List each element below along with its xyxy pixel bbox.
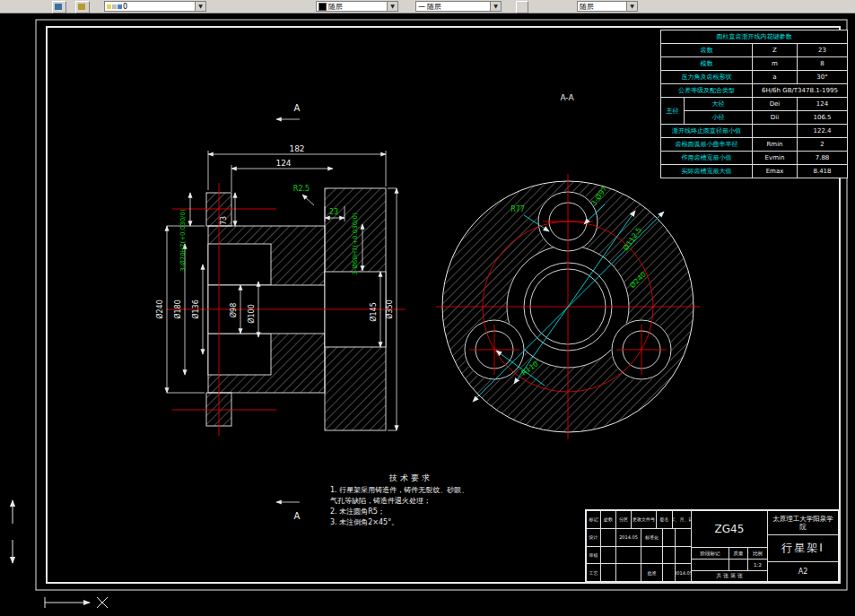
layer-state-icon: [78, 4, 85, 10]
drawing-label: 23: [329, 208, 338, 216]
tb-cell: 2014.05: [676, 564, 691, 581]
sheet-size: A2: [768, 562, 838, 581]
drawing-label: Ø240: [155, 299, 164, 319]
chevron-down-icon[interactable]: ▼: [195, 2, 205, 11]
chevron-down-icon[interactable]: ▼: [626, 2, 637, 11]
tb-cell: 审核: [587, 547, 601, 564]
drawing-label: 3-Ø70H7(+0.030/0): [179, 209, 187, 272]
lineweight-combo-value: 随层: [580, 2, 594, 12]
layer-combo[interactable]: 0 ▼: [104, 1, 206, 12]
ucs-icon: [13, 500, 108, 608]
color-combo-value: 随层: [328, 2, 343, 12]
tb-cell: [676, 547, 691, 564]
stage-label: 阶段标记: [692, 548, 729, 559]
sheet-count: 共 张 第 张: [692, 571, 767, 581]
title-block: 标记 处数 分区 更改文件号 签名 年、月、日 设计 2014.05 标准化 审…: [585, 509, 840, 583]
tb-cell: 设计: [587, 529, 601, 546]
tb-cell: [663, 529, 676, 546]
toolbar-button[interactable]: [516, 1, 528, 13]
linetype-icon: —: [418, 3, 425, 11]
drawing-label: R77: [510, 205, 525, 213]
drawing-label: A: [294, 103, 301, 113]
drawing-label: Ø100: [247, 304, 256, 324]
title-block-signatures: 标记 处数 分区 更改文件号 签名 年、月、日 设计 2014.05 标准化 审…: [587, 511, 692, 581]
tb-cell: [641, 547, 663, 564]
techreq-title: 技术要求: [330, 473, 492, 483]
chevron-down-icon[interactable]: ▼: [490, 2, 501, 11]
scale-value: 1:2: [748, 560, 767, 570]
linetype-combo-value: 随层: [427, 2, 441, 12]
properties-toolbar: 0 ▼ 随层 ▼ — 随层 ▼ 随层 ▼: [0, 0, 855, 13]
color-swatch-icon: [318, 3, 327, 11]
bulb-icon: [107, 4, 111, 9]
tb-cell: 年、月、日: [673, 511, 691, 528]
tb-cell: [616, 564, 641, 581]
stage-value: [692, 560, 729, 570]
drawing-label: 73: [220, 216, 228, 225]
techreq-line: 2. 未注圆角R5；: [330, 507, 492, 517]
tb-cell: [676, 529, 691, 546]
table-title: 圆柱直齿渐开线内花键参数: [661, 30, 848, 44]
drawing-label: Ø350: [385, 299, 394, 319]
technical-requirements: 技术要求 1. 行星架采用铸造件，铸件无裂纹、砂眼、 气孔等缺陷，铸造件退火处理…: [330, 473, 492, 528]
tb-cell: 更改文件号: [632, 511, 657, 528]
spline-parameter-table: 圆柱直齿渐开线内花键参数 齿数Z23 模数m8 压力角及齿根形状a30° 公差等…: [660, 30, 848, 178]
tb-cell: 处数: [601, 511, 616, 528]
tb-cell: 分区: [616, 511, 632, 528]
drawing-label: R2.5: [293, 185, 310, 193]
techreq-line: 1. 行星架采用铸造件，铸件无裂纹、砂眼、: [330, 485, 492, 496]
drawing-label: Ø145: [369, 302, 378, 322]
right-section-view: [436, 174, 700, 439]
tb-cell: 标准化: [641, 529, 663, 546]
drawing-label: 124: [275, 159, 291, 168]
tb-cell: [601, 564, 616, 581]
linetype-combo[interactable]: — 随层 ▼: [415, 1, 502, 12]
tb-cell: [616, 547, 641, 564]
layer-manager-button[interactable]: [52, 1, 66, 13]
techreq-line: 气孔等缺陷，铸造件退火处理；: [330, 496, 492, 507]
tb-cell: 2014.05: [616, 529, 641, 546]
mass-label: 质量: [729, 548, 748, 559]
drawing-label: 3-Ø60H7(+0.030/0): [352, 213, 359, 275]
drawing-label: Ø180: [173, 299, 182, 319]
part-name: 行星架Ⅰ: [768, 535, 838, 562]
tb-cell: 批准: [641, 564, 663, 581]
title-block-middle: ZG45 阶段标记 质量 比例 1:2 共 张 第 张: [692, 511, 768, 581]
tb-cell: [663, 547, 676, 564]
tb-cell: 签名: [657, 511, 673, 528]
mass-value: [729, 560, 748, 570]
tb-cell: 标记: [587, 511, 601, 528]
scale-label: 比例: [748, 548, 767, 559]
color-combo[interactable]: 随层 ▼: [316, 1, 398, 12]
techreq-line: 3. 未注倒角2×45°。: [330, 517, 492, 528]
drawing-label: Ø98: [229, 303, 238, 317]
cad-application-window: 182124R2.523733-Ø70H7(+0.030/0)3-Ø60H7(+…: [0, 0, 855, 616]
layer-combo-value: 0: [123, 3, 127, 11]
chevron-down-icon[interactable]: ▼: [387, 2, 397, 11]
lineweight-combo[interactable]: 随层 ▼: [577, 1, 638, 12]
tb-cell: [601, 547, 616, 564]
drawing-label: A-A: [560, 93, 574, 102]
drawing-label: 182: [289, 144, 304, 153]
tb-cell: [663, 564, 676, 581]
lock-icon: [118, 4, 122, 9]
drawing-label: A: [294, 511, 301, 521]
freeze-icon: [112, 4, 117, 9]
tb-cell: [601, 529, 616, 546]
material-spec: ZG45: [692, 511, 767, 548]
organization-name: 太原理工大学阳泉学院: [768, 511, 838, 535]
layer-states-button[interactable]: [75, 1, 90, 13]
layers-icon: [55, 4, 62, 10]
title-block-right: 太原理工大学阳泉学院 行星架Ⅰ A2: [768, 511, 838, 581]
drawing-label: Ø136: [191, 299, 200, 319]
tb-cell: 工艺: [587, 564, 601, 581]
